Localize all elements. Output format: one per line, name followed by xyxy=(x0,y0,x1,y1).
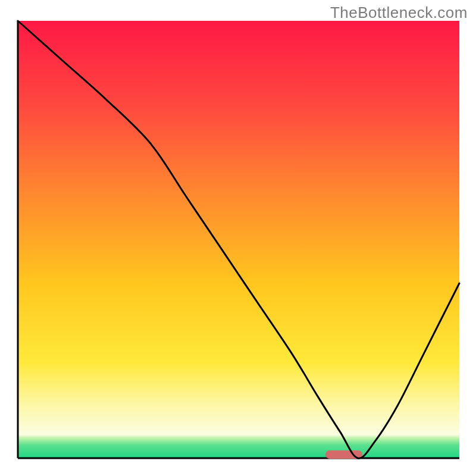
plot-background xyxy=(18,21,459,458)
chart-stage: TheBottleneck.com xyxy=(0,0,476,476)
chart-svg xyxy=(0,0,476,476)
watermark-text: TheBottleneck.com xyxy=(330,4,468,22)
